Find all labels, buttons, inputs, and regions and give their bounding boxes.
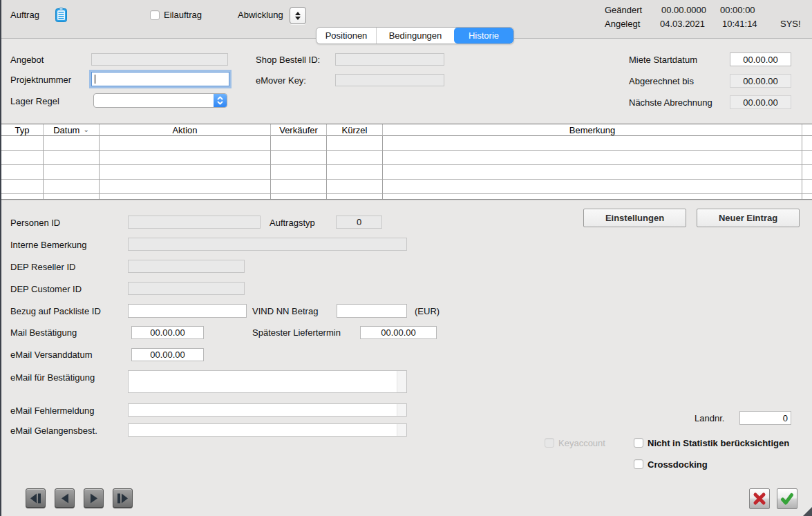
vind-nn-betrag-field[interactable]	[337, 304, 407, 318]
column-header-bemerkung[interactable]: Bemerkung	[383, 124, 802, 136]
abwicklung-label: Abwicklung	[238, 10, 283, 21]
dep-customer-id-label: DEP Customer ID	[10, 284, 82, 295]
eilauftrag-label: Eilauftrag	[164, 10, 202, 21]
next-record-button[interactable]	[84, 488, 104, 508]
email-versanddatum-field[interactable]	[131, 348, 204, 361]
tab-bedingungen[interactable]: Bedingungen	[377, 28, 454, 44]
dep-customer-id-field[interactable]	[128, 282, 245, 295]
confirm-button[interactable]	[777, 488, 797, 509]
email-fehlermeldung-field[interactable]	[128, 403, 407, 417]
neuer-eintrag-button[interactable]: Neuer Eintrag	[697, 209, 800, 227]
abwicklung-stepper[interactable]	[290, 7, 306, 24]
column-header-datum[interactable]: Datum ⌄	[44, 124, 100, 136]
tab-positionen[interactable]: Positionen	[317, 28, 377, 44]
landnr-field[interactable]	[739, 411, 791, 425]
keyaccount-checkbox[interactable]	[545, 438, 554, 448]
text-caret	[95, 75, 95, 84]
column-header-datum-label: Datum	[53, 125, 79, 135]
window-title: Auftrag	[10, 10, 39, 21]
eur-label: (EUR)	[415, 306, 440, 317]
auftragstyp-field[interactable]	[336, 216, 382, 229]
sort-chevron-icon: ⌄	[83, 126, 88, 133]
emover-key-field[interactable]	[335, 74, 444, 86]
mail-bestaetigung-field[interactable]	[131, 326, 204, 339]
interne-bemerkung-field[interactable]	[128, 238, 407, 251]
dep-reseller-id-field[interactable]	[128, 260, 245, 273]
first-record-button[interactable]	[26, 488, 46, 508]
email-gelangensbest-label: eMail Gelangensbest.	[10, 426, 97, 437]
created-label: Angelegt	[605, 19, 640, 30]
table-row[interactable]	[1, 180, 812, 194]
table-row[interactable]	[1, 136, 812, 151]
scrollbar-gutter	[397, 371, 406, 392]
column-header-spacer	[802, 124, 812, 136]
changed-date: 00.00.0000	[661, 5, 706, 16]
naechste-abrechnung-label: Nächste Abrechnung	[629, 97, 712, 108]
scrollbar-gutter	[397, 404, 406, 416]
personen-id-label: Personen ID	[10, 218, 60, 229]
eilauftrag-checkbox[interactable]	[150, 10, 160, 20]
abgerechnet-bis-label: Abgerechnet bis	[629, 76, 694, 87]
stepper-down-icon	[295, 17, 301, 20]
angebot-label: Angebot	[10, 55, 44, 66]
auftrag-window: Auftrag Eilauftrag Abwicklung Geändert 0…	[0, 0, 812, 516]
spaetester-liefertermin-field[interactable]	[360, 326, 437, 339]
email-fuer-bestaetigung-label: eMail für Bestätigung	[10, 372, 95, 383]
lager-regel-label: Lager Regel	[10, 96, 59, 107]
lager-regel-select[interactable]	[93, 93, 227, 108]
miete-startdatum-field[interactable]	[730, 52, 791, 66]
created-date: 04.03.2021	[660, 19, 705, 30]
email-fehlermeldung-label: eMail Fehlermeldung	[10, 405, 94, 417]
history-table: Typ Datum ⌄ Aktion Verkäufer Kürzel Beme…	[1, 124, 812, 200]
changed-label: Geändert	[605, 5, 642, 16]
interne-bemerkung-label: Interne Bemerkung	[10, 240, 87, 251]
dep-reseller-id-label: DEP Reseller ID	[10, 262, 75, 273]
projektnummer-label: Projektnummer	[10, 75, 71, 86]
bezug-packliste-label: Bezug auf Packliste ID	[10, 306, 101, 317]
table-row[interactable]	[1, 165, 812, 180]
statistik-checkbox[interactable]	[634, 438, 643, 448]
next-record-icon	[90, 493, 98, 504]
column-header-typ[interactable]: Typ	[1, 124, 44, 136]
table-body	[1, 136, 812, 199]
naechste-abrechnung-field[interactable]	[730, 95, 791, 109]
cancel-x-icon	[753, 492, 766, 506]
last-record-button[interactable]	[113, 488, 133, 508]
column-header-verkaeufer[interactable]: Verkäufer	[271, 124, 327, 136]
keyaccount-label: Keyaccount	[558, 438, 605, 449]
created-time: 10:41:14	[722, 19, 757, 30]
email-gelangensbest-field[interactable]	[128, 423, 407, 437]
column-header-aktion[interactable]: Aktion	[100, 124, 271, 136]
abgerechnet-bis-field[interactable]	[730, 74, 791, 88]
email-fuer-bestaetigung-field[interactable]	[128, 370, 407, 393]
einstellungen-button[interactable]: Einstellungen	[583, 209, 686, 227]
scrollbar-gutter	[397, 424, 406, 436]
shop-bestell-id-label: Shop Bestell ID:	[256, 55, 320, 66]
column-header-kuerzel[interactable]: Kürzel	[327, 124, 383, 136]
personen-id-field[interactable]	[128, 216, 261, 229]
table-row[interactable]	[1, 151, 812, 165]
email-versanddatum-label: eMail Versanddatum	[10, 350, 93, 361]
confirm-check-icon	[780, 492, 794, 506]
changed-time: 00:00:00	[720, 5, 755, 16]
bezug-packliste-field[interactable]	[128, 304, 247, 318]
created-user: SYS!	[780, 19, 801, 30]
shop-bestell-id-field[interactable]	[335, 53, 444, 66]
angebot-field[interactable]	[91, 53, 228, 66]
auftragstyp-label: Auftragstyp	[270, 218, 315, 229]
previous-record-button[interactable]	[55, 488, 75, 508]
first-record-icon	[30, 493, 41, 504]
emover-key-label: eMover Key:	[256, 75, 306, 86]
cancel-button[interactable]	[749, 488, 770, 509]
projektnummer-field[interactable]	[91, 72, 229, 86]
chevron-up-down-icon	[214, 94, 227, 107]
tab-historie[interactable]: Historie	[454, 28, 513, 44]
previous-record-icon	[61, 493, 69, 504]
table-row[interactable]	[1, 194, 812, 199]
statistik-label: Nicht in Statistik berücksichtigen	[648, 438, 789, 449]
landnr-label: Landnr.	[695, 413, 724, 424]
tab-bar: Positionen Bedingungen Historie	[316, 27, 514, 44]
crossdocking-checkbox[interactable]	[634, 459, 643, 469]
window-resize-grip[interactable]	[803, 507, 812, 516]
mail-bestaetigung-label: Mail Bestätigung	[10, 327, 77, 338]
